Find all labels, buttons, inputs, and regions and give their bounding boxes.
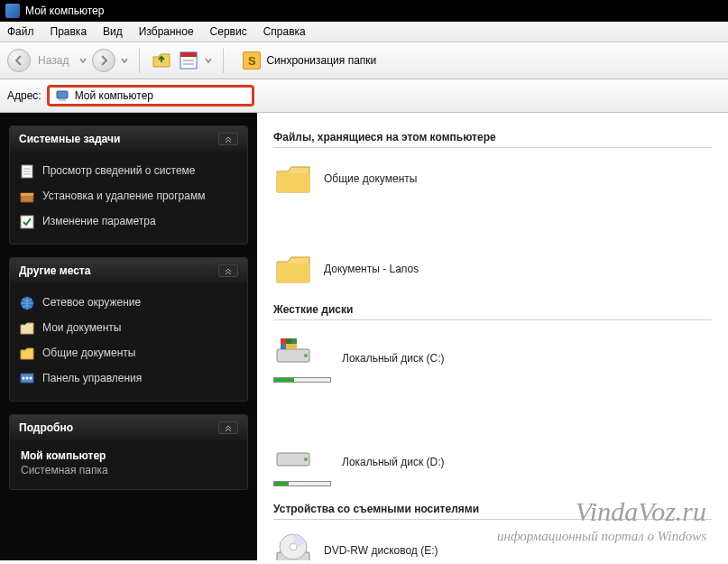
views-dropdown[interactable] [205, 57, 212, 64]
task-label: Установка и удаление программ [42, 190, 205, 204]
svg-point-15 [23, 377, 25, 380]
svg-rect-4 [57, 91, 68, 98]
toolbar: Назад S Синхронизация папки [0, 42, 728, 79]
chevrons-icon [224, 424, 233, 431]
task-label: Изменение параметра [42, 215, 156, 229]
drive-usage-bar [273, 481, 331, 486]
arrow-left-icon [14, 55, 24, 66]
svg-point-19 [304, 354, 308, 357]
collapse-button[interactable] [218, 264, 238, 277]
panel-other-places: Другие места Сетевое окружение Мои докум… [9, 257, 248, 402]
box-icon [19, 189, 35, 205]
folder-icon [273, 161, 313, 197]
item-shared-documents[interactable]: Общие документы [273, 161, 472, 197]
place-control-panel[interactable]: Панель управления [15, 366, 242, 392]
sync-folder-button[interactable]: S Синхронизация папки [235, 49, 384, 72]
chevron-down-icon [79, 57, 87, 64]
svg-point-17 [30, 377, 32, 380]
place-network[interactable]: Сетевое окружение [15, 291, 242, 316]
toolbar-separator [139, 48, 140, 73]
sync-icon: S [243, 51, 261, 69]
svg-point-16 [26, 377, 29, 380]
address-input[interactable]: Мой компьютер [47, 85, 254, 106]
place-my-documents[interactable]: Мои документы [15, 316, 242, 341]
panel-header-tasks[interactable]: Системные задачи [10, 126, 247, 152]
address-bar: Адрес: Мой компьютер [0, 79, 728, 113]
views-button[interactable] [178, 50, 199, 71]
back-label: Назад [38, 54, 69, 67]
menu-favorites[interactable]: Избранное [139, 25, 194, 38]
content-pane: Файлы, хранящиеся на этом компьютере Общ… [257, 113, 728, 560]
hard-drive-icon [273, 333, 313, 369]
document-icon [19, 163, 35, 180]
task-label: Просмотр сведений о системе [42, 164, 196, 179]
back-dropdown[interactable] [79, 57, 87, 64]
menu-edit[interactable]: Правка [51, 25, 88, 38]
chevrons-icon [224, 135, 233, 143]
task-change-setting[interactable]: Изменение параметра [15, 209, 242, 235]
forward-button[interactable] [92, 49, 115, 72]
up-button[interactable] [151, 50, 172, 71]
place-label: Сетевое окружение [42, 296, 141, 310]
toolbar-separator [223, 48, 224, 73]
item-local-disk-d[interactable]: Локальный диск (D:) [273, 437, 472, 486]
collapse-button[interactable] [218, 133, 238, 145]
drive-usage-bar [273, 377, 331, 383]
sync-label: Синхронизация папки [266, 54, 376, 67]
address-value: Мой компьютер [75, 89, 153, 102]
panel-title: Подробно [19, 421, 73, 434]
item-label: Локальный диск (D:) [342, 456, 445, 468]
address-label: Адрес: [7, 89, 41, 102]
menu-bar: Файл Правка Вид Избранное Сервис Справка [0, 22, 728, 42]
place-shared-documents[interactable]: Общие документы [15, 341, 242, 366]
item-dvd-drive[interactable]: DVD-RW дисковод (E:) [273, 532, 472, 560]
item-label: Документы - Lanos [324, 263, 419, 275]
task-view-system-info[interactable]: Просмотр сведений о системе [15, 159, 242, 184]
task-add-remove-programs[interactable]: Установка и удаление программ [15, 184, 242, 209]
svg-rect-11 [21, 193, 33, 196]
svg-rect-5 [59, 99, 66, 101]
globe-icon [19, 295, 35, 311]
computer-icon [55, 88, 69, 103]
item-label: Общие документы [324, 172, 417, 185]
chevron-down-icon [205, 57, 212, 64]
forward-dropdown[interactable] [121, 57, 128, 64]
item-label: DVD-RW дисковод (E:) [324, 544, 438, 557]
window-title: Мой компьютер [25, 5, 104, 17]
details-subtitle: Системная папка [21, 464, 236, 476]
menu-view[interactable]: Вид [103, 25, 123, 38]
back-button[interactable] [7, 49, 31, 72]
folder-up-icon [151, 50, 172, 71]
disc-drive-icon [273, 532, 313, 560]
place-label: Панель управления [42, 372, 142, 386]
menu-tools[interactable]: Сервис [210, 25, 247, 38]
panel-header-places[interactable]: Другие места [10, 258, 247, 283]
svg-point-25 [304, 458, 308, 461]
section-hard-drives: Жесткие диски [273, 303, 712, 320]
views-icon [178, 50, 199, 71]
control-panel-icon [19, 371, 35, 387]
collapse-button[interactable] [218, 421, 238, 434]
item-local-disk-c[interactable]: Локальный диск (C:) [273, 333, 472, 383]
item-label: Локальный диск (C:) [342, 352, 445, 365]
details-title: Мой компьютер [21, 449, 236, 462]
svg-rect-23 [286, 344, 297, 349]
menu-file[interactable]: Файл [7, 25, 34, 38]
section-removable: Устройства со съемными носителями [273, 503, 712, 520]
section-files-stored: Файлы, хранящиеся на этом компьютере [273, 131, 712, 148]
arrow-right-icon [98, 55, 109, 66]
item-user-documents[interactable]: Документы - Lanos [273, 251, 472, 287]
sidebar: Системные задачи Просмотр сведений о сис… [0, 113, 257, 560]
menu-help[interactable]: Справка [263, 25, 306, 38]
hard-drive-icon [273, 437, 313, 473]
folder-icon [19, 320, 35, 337]
panel-header-details[interactable]: Подробно [10, 415, 247, 440]
place-label: Общие документы [42, 347, 135, 361]
app-icon [5, 4, 20, 18]
title-bar: Мой компьютер [0, 0, 728, 22]
checkmark-icon [19, 214, 35, 230]
svg-rect-1 [180, 52, 197, 57]
folder-icon [273, 251, 313, 287]
chevron-down-icon [121, 57, 128, 64]
place-label: Мои документы [42, 321, 121, 336]
